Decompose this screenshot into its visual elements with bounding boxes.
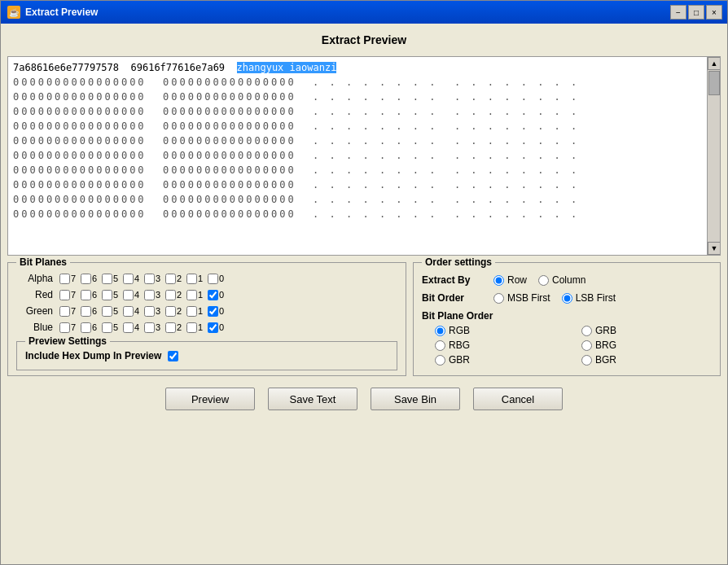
blue-bit-1-checkbox[interactable] [186,322,197,333]
green-bit-4: 4 [123,306,143,317]
text-highlight: zhangyux iaowanzi [237,62,337,73]
preview-button[interactable]: Preview [165,388,255,410]
bgr-radio[interactable] [581,355,592,366]
alpha-bit-6-checkbox[interactable] [81,274,91,284]
save-bin-button[interactable]: Save Bin [371,388,460,410]
main-window: ☕ Extract Preview − □ × Extract Preview … [0,0,728,565]
scroll-track[interactable] [708,70,720,242]
alpha-bit-2: 2 [165,274,185,284]
grb-radio[interactable] [581,326,592,336]
red-checkboxes: 7 6 5 4 3 2 1 0 [59,290,227,300]
preview-settings-panel: Preview Settings Include Hex Dump In Pre… [16,341,397,370]
alpha-bit-0-checkbox[interactable] [208,274,218,284]
extract-by-row-label: Row [507,274,527,286]
gbr-radio[interactable] [435,355,445,366]
green-bit-0: 0 [208,306,227,317]
alpha-bit-1-checkbox[interactable] [186,274,197,284]
blue-bit-5-checkbox[interactable] [102,322,112,333]
bottom-panels: Bit Planes Alpha 7 6 5 4 3 2 1 0 [7,262,721,376]
extract-by-column-radio[interactable] [538,275,549,286]
preview-scrollbar[interactable]: ▲ ▼ [707,57,720,255]
close-button[interactable]: × [706,5,722,20]
minimize-button[interactable]: − [670,5,686,20]
red-bit-3: 3 [144,290,164,300]
blue-bit-4: 4 [123,322,143,333]
green-bit-7-checkbox[interactable] [59,306,70,317]
alpha-bit-4-checkbox[interactable] [123,274,134,284]
green-bit-3-checkbox[interactable] [144,306,155,317]
red-bit-2-checkbox[interactable] [165,290,176,300]
alpha-bit-7-checkbox[interactable] [59,274,70,284]
blue-row: Blue 7 6 5 4 3 2 1 0 [16,322,397,333]
red-bit-4-checkbox[interactable] [123,290,134,300]
green-bit-1-checkbox[interactable] [186,306,197,317]
alpha-bit-4-label: 4 [134,274,143,283]
green-bit-5-checkbox[interactable] [102,306,112,317]
green-bit-0-checkbox[interactable] [208,306,218,317]
brg-label: BRG [595,339,616,351]
bgr-option: BGR [581,354,712,366]
bgr-label: BGR [595,354,616,366]
red-bit-5-checkbox[interactable] [102,290,112,300]
extract-by-group: Row Column [493,274,585,286]
alpha-bit-2-checkbox[interactable] [165,274,176,284]
red-label: Red [16,289,53,300]
extract-preview-title: Extract Preview [7,30,721,50]
green-bit-2-checkbox[interactable] [165,306,176,317]
rgb-radio[interactable] [435,326,445,336]
include-hex-dump-row: Include Hex Dump In Preview [25,347,388,365]
scroll-thumb[interactable] [708,71,720,95]
include-hex-dump-label: Include Hex Dump In Preview [25,350,161,361]
extract-by-label: Extract By [422,274,487,286]
bit-plane-order-grid: RGB GRB RBG BRG [422,325,712,366]
green-bit-2: 2 [165,306,185,317]
green-checkboxes: 7 6 5 4 3 2 1 0 [59,306,227,317]
alpha-bit-4: 4 [123,274,143,284]
red-bit-0-checkbox[interactable] [208,290,218,300]
preview-line-7: 0000000000000000 0000000000000000 . . . … [13,148,702,163]
scroll-down-button[interactable]: ▼ [708,242,721,255]
brg-radio[interactable] [581,340,592,351]
green-bit-6-checkbox[interactable] [81,306,91,317]
maximize-button[interactable]: □ [688,5,704,20]
blue-bit-4-checkbox[interactable] [123,322,134,333]
alpha-bit-5-checkbox[interactable] [102,274,112,284]
alpha-bit-7: 7 [59,274,79,284]
red-bit-6-checkbox[interactable] [81,290,91,300]
red-bit-3-checkbox[interactable] [144,290,155,300]
scroll-up-button[interactable]: ▲ [708,57,721,70]
blue-bit-0-checkbox[interactable] [208,322,218,333]
rbg-radio[interactable] [435,340,445,351]
green-bit-4-checkbox[interactable] [123,306,134,317]
hex2: 69616f77616e7a69 [131,62,237,73]
blue-bit-2-checkbox[interactable] [165,322,176,333]
blue-bit-3-checkbox[interactable] [144,322,155,333]
include-hex-dump-checkbox[interactable] [168,351,178,361]
preview-text-area[interactable]: 7a68616e6e77797578 69616f77616e7a69 zhan… [8,57,707,255]
gbr-option: GBR [435,354,565,366]
bit-plane-order-section: Bit Plane Order RGB GRB RBG [422,310,712,366]
green-bit-2-label: 2 [177,306,185,316]
preview-container: 7a68616e6e77797578 69616f77616e7a69 zhan… [7,56,721,256]
blue-bit-3: 3 [144,322,164,333]
grb-label: GRB [595,325,616,336]
lsb-first-radio[interactable] [562,293,572,304]
cancel-button[interactable]: Cancel [473,388,563,410]
preview-line-9: 0000000000000000 0000000000000000 . . . … [13,177,702,192]
extract-by-column-option: Column [538,274,585,286]
green-bit-1: 1 [186,306,206,317]
save-text-button[interactable]: Save Text [268,388,357,410]
alpha-bit-0: 0 [208,274,227,284]
red-bit-7-checkbox[interactable] [59,290,70,300]
extract-by-row-radio[interactable] [493,275,504,286]
red-bit-2: 2 [165,290,185,300]
msb-first-radio[interactable] [493,293,504,304]
title-bar-left: ☕ Extract Preview [7,6,98,19]
grb-option: GRB [581,325,712,336]
blue-bit-6-checkbox[interactable] [81,322,91,333]
red-bit-1-checkbox[interactable] [186,290,197,300]
alpha-bit-3: 3 [144,274,164,284]
blue-bit-7-checkbox[interactable] [59,322,70,333]
alpha-bit-3-checkbox[interactable] [144,274,155,284]
order-settings-panel: Order settings Extract By Row Column [413,262,721,376]
